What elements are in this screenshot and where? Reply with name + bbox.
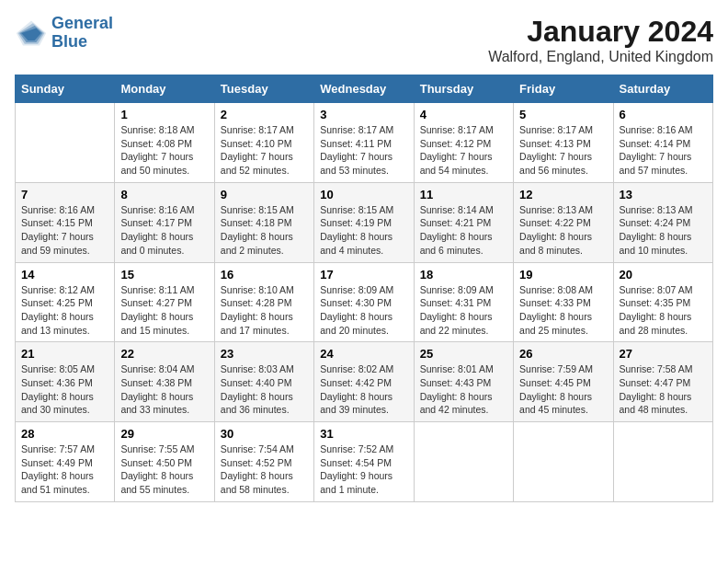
day-number: 29 <box>120 427 208 441</box>
month-title: January 2024 <box>488 15 713 49</box>
day-number: 13 <box>620 188 707 201</box>
weekday-header-wednesday: Wednesday <box>314 75 414 103</box>
calendar-cell: 11Sunrise: 8:14 AMSunset: 4:21 PMDayligh… <box>414 182 513 262</box>
day-detail: Sunrise: 7:55 AMSunset: 4:50 PMDaylight:… <box>120 442 208 497</box>
calendar-cell: 14Sunrise: 8:12 AMSunset: 4:25 PMDayligh… <box>16 262 115 342</box>
calendar-cell: 31Sunrise: 7:52 AMSunset: 4:54 PMDayligh… <box>314 422 414 502</box>
calendar-cell: 25Sunrise: 8:01 AMSunset: 4:43 PMDayligh… <box>414 342 513 422</box>
day-number: 2 <box>221 108 308 121</box>
weekday-header-sunday: Sunday <box>16 75 115 103</box>
day-number: 4 <box>420 108 507 121</box>
day-detail: Sunrise: 8:08 AMSunset: 4:33 PMDaylight:… <box>519 283 607 338</box>
day-detail: Sunrise: 8:16 AMSunset: 4:14 PMDaylight:… <box>620 123 707 178</box>
day-detail: Sunrise: 8:10 AMSunset: 4:28 PMDaylight:… <box>221 283 308 338</box>
week-row-1: 1Sunrise: 8:18 AMSunset: 4:08 PMDaylight… <box>16 103 713 183</box>
calendar-cell: 3Sunrise: 8:17 AMSunset: 4:11 PMDaylight… <box>314 103 414 183</box>
day-detail: Sunrise: 8:07 AMSunset: 4:35 PMDaylight:… <box>620 283 707 338</box>
header: General Blue January 2024 Walford, Engla… <box>15 15 713 65</box>
day-detail: Sunrise: 8:17 AMSunset: 4:11 PMDaylight:… <box>320 123 407 178</box>
calendar-cell: 4Sunrise: 8:17 AMSunset: 4:12 PMDaylight… <box>414 103 513 183</box>
day-number: 30 <box>221 427 308 441</box>
calendar-cell: 19Sunrise: 8:08 AMSunset: 4:33 PMDayligh… <box>514 262 613 342</box>
day-number: 15 <box>120 268 208 282</box>
logo-text-area: General Blue <box>51 15 113 52</box>
day-detail: Sunrise: 8:15 AMSunset: 4:18 PMDaylight:… <box>221 203 308 258</box>
calendar-cell <box>514 422 613 502</box>
day-number: 28 <box>21 427 108 441</box>
day-detail: Sunrise: 7:52 AMSunset: 4:54 PMDaylight:… <box>320 442 407 497</box>
calendar-cell <box>414 422 513 502</box>
day-detail: Sunrise: 7:59 AMSunset: 4:45 PMDaylight:… <box>519 362 607 417</box>
day-detail: Sunrise: 8:01 AMSunset: 4:43 PMDaylight:… <box>420 362 507 417</box>
day-number: 3 <box>320 108 407 121</box>
day-number: 10 <box>320 188 407 201</box>
weekday-header-tuesday: Tuesday <box>214 75 313 103</box>
calendar-cell: 26Sunrise: 7:59 AMSunset: 4:45 PMDayligh… <box>514 342 613 422</box>
calendar-cell: 15Sunrise: 8:11 AMSunset: 4:27 PMDayligh… <box>115 262 214 342</box>
day-detail: Sunrise: 8:09 AMSunset: 4:30 PMDaylight:… <box>320 283 407 338</box>
day-detail: Sunrise: 8:13 AMSunset: 4:22 PMDaylight:… <box>519 203 607 258</box>
day-number: 23 <box>221 347 308 361</box>
calendar-cell: 9Sunrise: 8:15 AMSunset: 4:18 PMDaylight… <box>214 182 313 262</box>
week-row-2: 7Sunrise: 8:16 AMSunset: 4:15 PMDaylight… <box>16 182 713 262</box>
calendar-cell: 8Sunrise: 8:16 AMSunset: 4:17 PMDaylight… <box>115 182 214 262</box>
calendar-cell: 30Sunrise: 7:54 AMSunset: 4:52 PMDayligh… <box>214 422 313 502</box>
calendar-cell: 6Sunrise: 8:16 AMSunset: 4:14 PMDaylight… <box>613 103 712 183</box>
day-detail: Sunrise: 8:16 AMSunset: 4:17 PMDaylight:… <box>120 203 208 258</box>
day-number: 20 <box>620 268 707 282</box>
day-number: 1 <box>120 108 208 121</box>
calendar-cell: 27Sunrise: 7:58 AMSunset: 4:47 PMDayligh… <box>613 342 712 422</box>
day-detail: Sunrise: 8:04 AMSunset: 4:38 PMDaylight:… <box>120 362 208 417</box>
day-detail: Sunrise: 8:03 AMSunset: 4:40 PMDaylight:… <box>221 362 308 417</box>
week-row-4: 21Sunrise: 8:05 AMSunset: 4:36 PMDayligh… <box>16 342 713 422</box>
location-title: Walford, England, United Kingdom <box>488 49 713 65</box>
calendar-cell: 22Sunrise: 8:04 AMSunset: 4:38 PMDayligh… <box>115 342 214 422</box>
calendar-cell: 16Sunrise: 8:10 AMSunset: 4:28 PMDayligh… <box>214 262 313 342</box>
calendar-cell <box>16 103 115 183</box>
day-number: 11 <box>420 188 507 201</box>
day-number: 18 <box>420 268 507 282</box>
calendar-cell: 7Sunrise: 8:16 AMSunset: 4:15 PMDaylight… <box>16 182 115 262</box>
calendar-cell: 18Sunrise: 8:09 AMSunset: 4:31 PMDayligh… <box>414 262 513 342</box>
day-number: 8 <box>120 188 208 201</box>
calendar-cell: 24Sunrise: 8:02 AMSunset: 4:42 PMDayligh… <box>314 342 414 422</box>
day-detail: Sunrise: 8:17 AMSunset: 4:10 PMDaylight:… <box>221 123 308 178</box>
day-number: 14 <box>21 268 108 282</box>
calendar-cell <box>613 422 712 502</box>
calendar-cell: 17Sunrise: 8:09 AMSunset: 4:30 PMDayligh… <box>314 262 414 342</box>
week-row-5: 28Sunrise: 7:57 AMSunset: 4:49 PMDayligh… <box>16 422 713 502</box>
day-number: 21 <box>21 347 108 361</box>
day-detail: Sunrise: 7:57 AMSunset: 4:49 PMDaylight:… <box>21 442 108 497</box>
week-row-3: 14Sunrise: 8:12 AMSunset: 4:25 PMDayligh… <box>16 262 713 342</box>
calendar-table: SundayMondayTuesdayWednesdayThursdayFrid… <box>15 75 713 502</box>
day-detail: Sunrise: 8:11 AMSunset: 4:27 PMDaylight:… <box>120 283 208 338</box>
day-number: 27 <box>620 347 707 361</box>
day-number: 12 <box>519 188 607 201</box>
title-area: January 2024 Walford, England, United Ki… <box>488 15 713 65</box>
day-number: 6 <box>620 108 707 121</box>
calendar-cell: 10Sunrise: 8:15 AMSunset: 4:19 PMDayligh… <box>314 182 414 262</box>
day-number: 9 <box>221 188 308 201</box>
calendar-cell: 23Sunrise: 8:03 AMSunset: 4:40 PMDayligh… <box>214 342 313 422</box>
day-number: 19 <box>519 268 607 282</box>
day-number: 24 <box>320 347 407 361</box>
calendar-cell: 13Sunrise: 8:13 AMSunset: 4:24 PMDayligh… <box>613 182 712 262</box>
day-detail: Sunrise: 8:13 AMSunset: 4:24 PMDaylight:… <box>620 203 707 258</box>
calendar-cell: 1Sunrise: 8:18 AMSunset: 4:08 PMDaylight… <box>115 103 214 183</box>
day-detail: Sunrise: 7:58 AMSunset: 4:47 PMDaylight:… <box>620 362 707 417</box>
day-detail: Sunrise: 8:18 AMSunset: 4:08 PMDaylight:… <box>120 123 208 178</box>
logo-line1: General <box>51 15 113 33</box>
day-number: 17 <box>320 268 407 282</box>
day-detail: Sunrise: 8:12 AMSunset: 4:25 PMDaylight:… <box>21 283 108 338</box>
day-number: 16 <box>221 268 308 282</box>
day-detail: Sunrise: 8:05 AMSunset: 4:36 PMDaylight:… <box>21 362 108 417</box>
day-number: 26 <box>519 347 607 361</box>
logo-line2: Blue <box>51 33 113 52</box>
day-number: 22 <box>120 347 208 361</box>
day-detail: Sunrise: 8:14 AMSunset: 4:21 PMDaylight:… <box>420 203 507 258</box>
calendar-cell: 12Sunrise: 8:13 AMSunset: 4:22 PMDayligh… <box>514 182 613 262</box>
weekday-header-thursday: Thursday <box>414 75 513 103</box>
day-detail: Sunrise: 8:09 AMSunset: 4:31 PMDaylight:… <box>420 283 507 338</box>
weekday-header-friday: Friday <box>514 75 613 103</box>
calendar-cell: 21Sunrise: 8:05 AMSunset: 4:36 PMDayligh… <box>16 342 115 422</box>
